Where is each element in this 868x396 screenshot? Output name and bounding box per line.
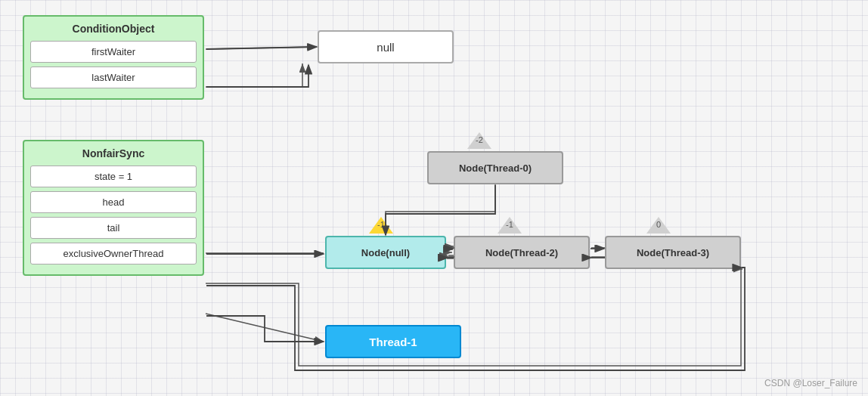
node-thread2-label: Node(Thread-2) (485, 247, 558, 258)
tail-field: tail (30, 217, 197, 239)
node-thread2-box: Node(Thread-2) (454, 236, 590, 269)
node-null-badge: -1 (369, 217, 393, 234)
null-box: null (318, 30, 454, 63)
svg-line-2 (206, 47, 316, 49)
watermark: CSDN @Loser_Failure (764, 378, 857, 388)
thread1-box: Thread-1 (325, 325, 461, 358)
first-waiter-field: firstWaiter (30, 41, 197, 63)
svg-line-4 (206, 314, 324, 342)
badge-label-null: -1 (377, 220, 385, 229)
node-thread2-badge: -1 (498, 217, 522, 234)
badge-label-2: -1 (506, 220, 513, 229)
node-null-label: Node(null) (361, 247, 410, 258)
node-thread0-box: Node(Thread-0) (427, 151, 563, 184)
node-thread3-label: Node(Thread-3) (637, 247, 709, 258)
badge-label: -2 (476, 135, 483, 144)
condition-object-title: ConditionObject (30, 23, 197, 35)
head-field: head (30, 191, 197, 213)
badge-label-3: 0 (656, 220, 661, 229)
state-field: state = 1 (30, 166, 197, 187)
thread1-label: Thread-1 (369, 336, 417, 348)
svg-line-19 (206, 47, 317, 49)
last-waiter-field: lastWaiter (30, 67, 197, 88)
exclusive-owner-thread-field: exclusiveOwnerThread (30, 243, 197, 265)
nonfair-sync-title: NonfairSync (30, 147, 197, 159)
node-thread3-box: Node(Thread-3) (605, 236, 741, 269)
node-thread0-badge: -2 (467, 132, 491, 149)
null-label: null (377, 41, 394, 54)
node-thread3-badge: 0 (646, 217, 671, 234)
node-null-box: Node(null) (325, 236, 446, 269)
condition-object-box: ConditionObject firstWaiter lastWaiter (23, 15, 204, 100)
node-thread0-label: Node(Thread-0) (459, 162, 532, 174)
nonfair-sync-box: NonfairSync state = 1 head tail exclusiv… (23, 140, 204, 276)
